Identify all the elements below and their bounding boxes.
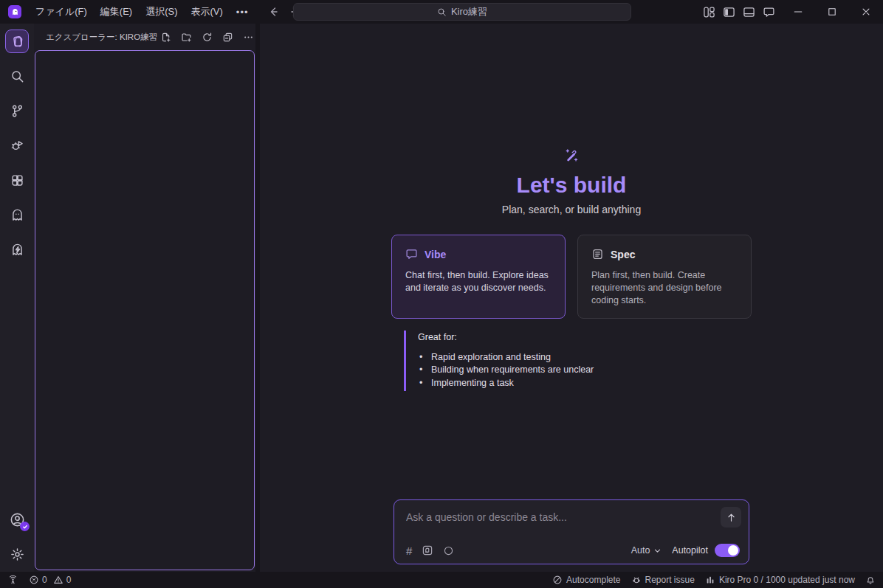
errors-icon xyxy=(29,575,39,585)
explorer-title: エクスプローラー: KIRO練習 xyxy=(46,32,157,43)
toggle-chat-icon[interactable] xyxy=(763,6,775,18)
great-for-item: Rapid exploration and testing xyxy=(418,351,752,364)
explorer-header: エクスプローラー: KIRO練習 xyxy=(34,24,255,50)
menu-selection[interactable]: 選択(S) xyxy=(139,2,184,21)
new-folder-icon[interactable] xyxy=(178,29,194,45)
spec-doc-icon xyxy=(591,248,604,260)
maximize-button[interactable] xyxy=(815,0,849,24)
model-label: Auto xyxy=(631,545,650,556)
menu-edit[interactable]: 編集(E) xyxy=(94,2,139,21)
remote-indicator-icon[interactable] xyxy=(7,575,18,586)
menu-view[interactable]: 表示(V) xyxy=(185,2,230,21)
great-for-item: Building when requirements are unclear xyxy=(418,364,752,376)
warnings-count: 0 xyxy=(66,575,72,585)
autopilot-toggle[interactable] xyxy=(715,544,740,557)
account-check-badge xyxy=(20,522,30,531)
menu-file[interactable]: ファイル(F) xyxy=(29,2,94,21)
context-hash-icon[interactable]: # xyxy=(406,544,412,557)
slash-circle-icon xyxy=(552,575,563,585)
nav-back-icon[interactable] xyxy=(267,6,279,18)
run-debug-icon[interactable] xyxy=(5,134,29,157)
chat-input[interactable] xyxy=(394,500,707,525)
chat-input-box: # Auto Autopilot xyxy=(394,499,749,564)
page-title: Let's build xyxy=(517,173,627,198)
title-bar: ファイル(F) 編集(E) 選択(S) 表示(V) ••• Kiro練習 xyxy=(0,0,883,24)
model-select[interactable]: Auto xyxy=(631,545,662,556)
notifications-bell-icon[interactable] xyxy=(865,575,876,585)
great-for-panel: Great for: Rapid exploration and testing… xyxy=(404,331,752,391)
collapse-folders-icon[interactable] xyxy=(219,29,236,45)
spec-card-title: Spec xyxy=(611,249,635,260)
vibe-card-desc: Chat first, then build. Explore ideas an… xyxy=(405,269,552,294)
chevron-down-icon xyxy=(653,547,662,555)
command-center-search[interactable]: Kiro練習 xyxy=(293,3,631,21)
spec-card[interactable]: Spec Plan first, then build. Create requ… xyxy=(577,235,752,319)
kiro-ghost-icon[interactable] xyxy=(5,203,29,226)
bug-icon xyxy=(631,575,642,585)
report-issue[interactable]: Report issue xyxy=(631,575,695,585)
send-button[interactable] xyxy=(721,507,741,528)
account-icon[interactable] xyxy=(5,508,29,531)
minimize-button[interactable] xyxy=(781,0,815,24)
magic-wand-icon xyxy=(562,146,581,165)
great-for-item: Implementing a task xyxy=(418,377,752,390)
toggle-panel-icon[interactable] xyxy=(743,6,755,18)
main-panel: Let's build Plan, search, or build anyth… xyxy=(260,24,883,572)
image-attach-icon[interactable] xyxy=(422,544,433,556)
kiro-plan-usage[interactable]: Kiro Pro 0 / 1000 updated just now xyxy=(705,575,855,585)
menu-bar: ファイル(F) 編集(E) 選択(S) 表示(V) ••• xyxy=(29,2,255,21)
hero-section: Let's build Plan, search, or build anyth… xyxy=(260,146,883,391)
search-value: Kiro練習 xyxy=(451,5,487,18)
mode-cards: Vibe Chat first, then build. Explore ide… xyxy=(391,235,752,319)
explorer-icon[interactable] xyxy=(5,30,29,53)
activity-bar xyxy=(0,24,34,572)
new-file-icon[interactable] xyxy=(157,29,173,45)
usage-chart-icon xyxy=(705,575,715,585)
settings-gear-icon[interactable] xyxy=(5,542,29,566)
autopilot-label: Autopilot xyxy=(672,545,708,556)
explorer-content[interactable] xyxy=(35,50,255,570)
source-control-icon[interactable] xyxy=(5,99,29,122)
extensions-icon[interactable] xyxy=(5,168,29,192)
vibe-card[interactable]: Vibe Chat first, then build. Explore ide… xyxy=(391,235,566,319)
search-icon[interactable] xyxy=(5,64,29,88)
kiro-logo-icon xyxy=(8,5,21,18)
great-for-label: Great for: xyxy=(418,332,752,342)
vibe-chat-icon xyxy=(405,248,418,260)
kiro-agent-icon[interactable] xyxy=(5,238,29,261)
refresh-icon[interactable] xyxy=(199,29,215,45)
great-for-list: Rapid exploration and testing Building w… xyxy=(418,351,752,390)
more-actions-icon[interactable] xyxy=(240,29,256,45)
status-circle-icon[interactable] xyxy=(443,545,454,556)
errors-count: 0 xyxy=(42,575,47,585)
menu-more-icon[interactable]: ••• xyxy=(230,4,255,21)
explorer-sidebar: エクスプローラー: KIRO練習 xyxy=(34,24,255,572)
autocomplete-status[interactable]: Autocomplete xyxy=(552,575,620,585)
page-subtitle: Plan, search, or build anything xyxy=(502,204,641,215)
status-bar: 0 0 Autocomplete Report issue Kiro Pro 0… xyxy=(0,572,883,588)
warnings-icon xyxy=(53,575,63,585)
vibe-card-title: Vibe xyxy=(425,249,446,260)
customize-layout-icon[interactable] xyxy=(703,6,715,18)
spec-card-desc: Plan first, then build. Create requireme… xyxy=(591,269,738,307)
problems-indicator[interactable]: 0 0 xyxy=(29,575,71,585)
toggle-sidebar-icon[interactable] xyxy=(723,6,735,18)
close-button[interactable] xyxy=(849,0,883,24)
